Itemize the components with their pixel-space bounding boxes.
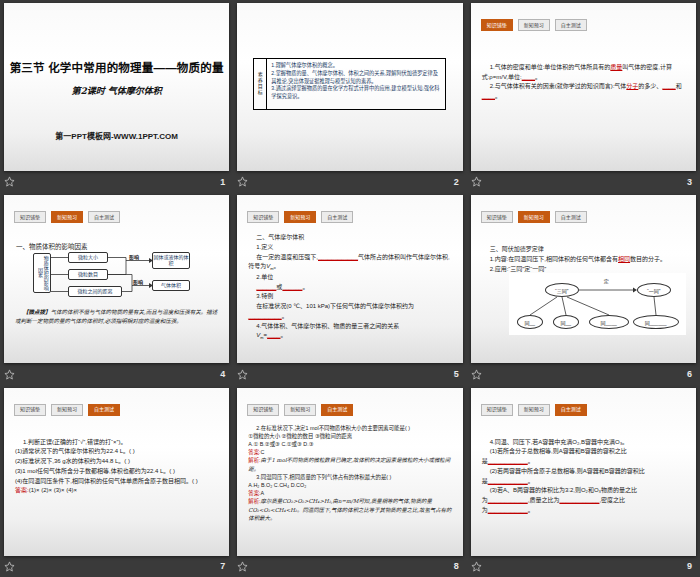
thumbnail-meta: 7: [4, 558, 225, 575]
thumbnail-meta: 6: [471, 366, 692, 383]
slide-body: 二、气体摩尔体积 1.定义 在一定的温度和压强下,____________气体所…: [248, 233, 454, 342]
tab-knowledge-base: 知识铺垫: [481, 404, 513, 416]
objectives-box: 素养目标 1.理解气体摩尔体积的概念。 2.掌握物质的量、气体摩尔体积、体积之间…: [253, 58, 445, 110]
text-line: A.H₂ B.O₂ C.CH₄ D.CO₂: [248, 481, 454, 489]
text-line: 2.单位: [248, 273, 454, 283]
answer-line: 答案:(1)× (2)× (3)× (4)×: [15, 486, 221, 496]
slide-thumbnail-4[interactable]: 知识铺垫 新知预习 自主测试 一、物质体积的影响因素 物质体积的影响因素 微粒大…: [0, 192, 233, 384]
text-line: (3)1 mol任何气体所含分子数都相等,体积也都约为22.4 L。( ): [15, 467, 221, 477]
tab-bar: 知识铺垫 新知预习 自主测试: [247, 211, 353, 223]
tab-knowledge-base: 知识铺垫: [247, 404, 279, 416]
tab-knowledge-base: 知识铺垫: [14, 404, 46, 416]
text-line: (2)若两容器中所含原子总数相等,则A容器和B容器的容积比: [482, 467, 688, 477]
slide-number: 6: [687, 369, 692, 379]
transition-star-icon: [237, 369, 248, 380]
text-line: 是____________。: [482, 457, 688, 467]
slide-body: 1.气体的密度和单位:单位体积的气体所具有的质量叫气体的密度,计算式:ρ=m/V…: [482, 63, 688, 102]
analysis-line: 解析:由于1 mol不同物质的微粒数目已确定,故体积的决定因素是微粒的大小或微粒…: [248, 456, 454, 472]
slide-number: 3: [687, 177, 692, 187]
text-line: 3.同温同压下,相同质量的下列气体占有的体积最大的是( ): [248, 473, 454, 481]
slide-thumbnail-9[interactable]: 知识铺垫 新知预习 自主测试 4.同温、同压下,若A容器中充满O₂,B容器中充满…: [467, 385, 700, 577]
text-line: 是____________。: [482, 477, 688, 487]
transition-star-icon: [237, 176, 248, 187]
text-line: ______或______。: [248, 283, 454, 293]
slide-number: 5: [454, 369, 459, 379]
thumbnail-meta: 4: [4, 366, 225, 383]
slide-canvas-2: 素养目标 1.理解气体摩尔体积的概念。 2.掌握物质的量、气体摩尔体积、体积之间…: [237, 3, 462, 171]
tab-new-knowledge: 新知预习: [518, 19, 550, 31]
thumbnail-meta: 2: [237, 173, 458, 190]
slide-number: 2: [454, 177, 459, 187]
slide-thumbnail-3[interactable]: 知识铺垫 新知预习 自主测试 1.气体的密度和单位:单位体积的气体所具有的质量叫…: [467, 0, 700, 192]
text-line: 为____________,质量之比为____________,密度之比: [482, 496, 688, 506]
slide-number: 1: [220, 177, 225, 187]
slide-thumbnail-2[interactable]: 素养目标 1.理解气体摩尔体积的概念。 2.掌握物质的量、气体摩尔体积、体积之间…: [233, 0, 466, 192]
text-line: ①微粒的大小 ②微粒的数目 ③微粒间的距离: [248, 432, 454, 440]
text-line: 二、气体摩尔体积: [248, 233, 454, 243]
text-line: A.① B.②或③ C.①或③ D.③: [248, 440, 454, 448]
tab-self-test: 自主测试: [88, 404, 120, 416]
answer-line: 答案:A: [248, 489, 454, 497]
diagram-connectors: [471, 195, 696, 363]
thumbnail-meta: 5: [237, 366, 458, 383]
text-line: 在标准状况(0 ℃、101 kPa)下任何气体的气体摩尔体积约为: [248, 302, 454, 312]
thumbnail-meta: 9: [471, 558, 692, 575]
transition-star-icon: [237, 561, 248, 572]
text-line: (4)在同温同压条件下,相同体积的任何气体单质所含原子数目相同。( ): [15, 477, 221, 487]
slide-thumbnail-6[interactable]: 知识铺垫 新知预习 自主测试 三、阿伏加德罗定律 1.内容:在同温同压下,相同体…: [467, 192, 700, 384]
slide-body: 4.同温、同压下,若A容器中充满O₂,B容器中充满O₃。 (1)若所含分子总数相…: [482, 438, 688, 516]
tab-knowledge-base: 知识铺垫: [481, 19, 513, 31]
text-line: (2)标准状况下,36 g水的体积约为44.8 L。( ): [15, 457, 221, 467]
template-site-credit: 第一PPT模板网-WWW.1PPT.COM: [4, 130, 229, 141]
text-line: (3)若A、B两容器的体积比为3∶2,则O₂和O₃物质的量之比: [482, 486, 688, 496]
tab-self-test: 自主测试: [321, 404, 353, 416]
thumbnail-meta: 1: [4, 173, 225, 190]
tab-self-test: 自主测试: [555, 404, 587, 416]
tab-self-test: 自主测试: [555, 19, 587, 31]
tab-new-knowledge: 新知预习: [284, 404, 316, 416]
slide-thumbnail-1[interactable]: 第三节 化学中常用的物理量——物质的量 第2课时 气体摩尔体积 第一PPT模板网…: [0, 0, 233, 192]
slide-number: 4: [220, 369, 225, 379]
tab-self-test: 自主测试: [321, 211, 353, 223]
slide-body: 1.判断正误(正确的打“√”,错误的打“×”)。 (1)通常状况下的气体摩尔体积…: [15, 438, 221, 496]
slide-canvas-5: 知识铺垫 新知预习 自主测试 二、气体摩尔体积 1.定义 在一定的温度和压强下,…: [237, 195, 462, 363]
text-line: 3.特例: [248, 292, 454, 302]
slide-thumbnail-8[interactable]: 知识铺垫 新知预习 自主测试 2.在标准状况下,决定1 mol不同物质体积大小的…: [233, 385, 466, 577]
flowchart-root-box: 物质体积的影响因素: [33, 253, 51, 293]
slide-canvas-1: 第三节 化学中常用的物理量——物质的量 第2课时 气体摩尔体积 第一PPT模板网…: [4, 3, 229, 171]
text-line: 1.判断正误(正确的打“√”,错误的打“×”)。: [15, 438, 221, 448]
slide-thumbnail-5[interactable]: 知识铺垫 新知预习 自主测试 二、气体摩尔体积 1.定义 在一定的温度和压强下,…: [233, 192, 466, 384]
transition-star-icon: [471, 176, 482, 187]
text-line: 在一定的温度和压强下,____________气体所占的体积叫作气体摩尔体积,符…: [248, 253, 454, 273]
text-line: 2.与气体体积有关的因素(就你学过的知识而言):气体分子的多少、____和___…: [482, 82, 688, 101]
arrow-label: 影响: [129, 253, 139, 260]
answer-line: 答案:C: [248, 448, 454, 456]
slide-canvas-9: 知识铺垫 新知预习 自主测试 4.同温、同压下,若A容器中充满O₂,B容器中充满…: [471, 388, 696, 556]
tab-bar: 知识铺垫 新知预习 自主测试: [481, 19, 587, 31]
slide-canvas-3: 知识铺垫 新知预习 自主测试 1.气体的密度和单位:单位体积的气体所具有的质量叫…: [471, 3, 696, 171]
text-line: 为____________。: [482, 506, 688, 516]
slide-number: 7: [220, 561, 225, 571]
slide-sorter-grid: 第三节 化学中常用的物理量——物质的量 第2课时 气体摩尔体积 第一PPT模板网…: [0, 0, 700, 577]
tab-new-knowledge: 新知预习: [51, 404, 83, 416]
slide-canvas-4: 知识铺垫 新知预习 自主测试 一、物质体积的影响因素 物质体积的影响因素 微粒大…: [4, 195, 229, 363]
objective-item: 1.理解气体摩尔体积的概念。: [271, 62, 440, 70]
tab-bar: 知识铺垫 新知预习 自主测试: [247, 404, 353, 416]
flowchart-factor-box: 微粒大小: [68, 252, 108, 263]
objectives-side-label: 素养目标: [254, 59, 267, 109]
text-line: 1.定义: [248, 243, 454, 253]
slide-thumbnail-7[interactable]: 知识铺垫 新知预习 自主测试 1.判断正误(正确的打“√”,错误的打“×”)。 …: [0, 385, 233, 577]
text-line: (1)若所含分子总数相等,则A容器和B容器的容积之比: [482, 447, 688, 457]
tab-bar: 知识铺垫 新知预习 自主测试: [14, 404, 120, 416]
slide-number: 8: [454, 561, 459, 571]
slide-number: 9: [687, 561, 692, 571]
lesson-title: 第三节 化学中常用的物理量——物质的量: [4, 3, 229, 75]
transition-star-icon: [471, 369, 482, 380]
slide-canvas-6: 知识铺垫 新知预习 自主测试 三、阿伏加德罗定律 1.内容:在同温同压下,相同体…: [471, 195, 696, 363]
transition-star-icon: [4, 561, 15, 572]
tab-bar: 知识铺垫 新知预习 自主测试: [481, 404, 587, 416]
transition-star-icon: [4, 369, 15, 380]
analysis-line: 解析:摩尔质量CO₂>O₂>CH₄>H₂,由n=m/M可知,质量相等的气体,物质…: [248, 497, 454, 522]
flowchart-outcome-box: 固体或液体的体积: [152, 252, 190, 269]
slide-canvas-7: 知识铺垫 新知预习 自主测试 1.判断正误(正确的打“√”,错误的打“×”)。 …: [4, 388, 229, 556]
